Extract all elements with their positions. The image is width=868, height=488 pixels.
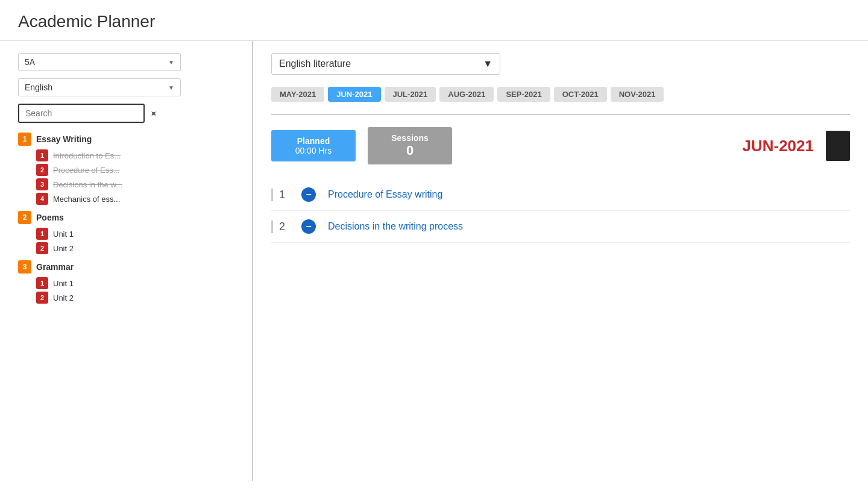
chapter-2-badge: 2 bbox=[18, 211, 31, 224]
month-tabs: MAY-2021 JUN-2021 JUL-2021 AUG-2021 SEP-… bbox=[271, 87, 850, 102]
right-panel: English literature ▼ MAY-2021 JUN-2021 J… bbox=[253, 41, 868, 481]
right-subject-dropdown-arrow-icon: ▼ bbox=[483, 58, 492, 69]
chapter-1-unit-2-badge: 2 bbox=[36, 164, 48, 176]
session-2-number: 2 bbox=[271, 221, 289, 233]
session-2-minus-button[interactable]: − bbox=[301, 219, 316, 234]
session-list: 1 − Procedure of Essay writing 2 − Decis… bbox=[271, 179, 850, 243]
sessions-value: 0 bbox=[386, 143, 434, 158]
chapter-3-unit-1-badge: 1 bbox=[36, 277, 48, 289]
chapter-1-unit-3[interactable]: 3 Decisions in the w... bbox=[18, 178, 240, 190]
session-2-title: Decisions in the writing process bbox=[328, 221, 463, 232]
session-item-2: 2 − Decisions in the writing process bbox=[271, 211, 850, 243]
divider bbox=[271, 114, 850, 115]
chapter-1-unit-1[interactable]: 1 Introduction to Es... bbox=[18, 149, 240, 161]
sessions-stat-box: Sessions 0 bbox=[368, 127, 452, 164]
chapter-3-unit-1[interactable]: 1 Unit 1 bbox=[18, 277, 240, 289]
chapter-1-unit-2[interactable]: 2 Procedure of Ess... bbox=[18, 164, 240, 176]
chapter-1-unit-1-badge: 1 bbox=[36, 149, 48, 161]
chapter-1-unit-3-label: Decisions in the w... bbox=[53, 180, 122, 189]
chapter-1-label: Essay Writing bbox=[36, 134, 92, 144]
left-panel: 5A ▼ English ▼ ✦ 1 Essay Writing 1 Intro… bbox=[0, 41, 253, 481]
chapter-3-unit-1-label: Unit 1 bbox=[53, 279, 74, 288]
class-dropdown-value: 5A bbox=[25, 57, 35, 67]
chapter-2-unit-1[interactable]: 1 Unit 1 bbox=[18, 228, 240, 240]
session-1-title: Procedure of Essay writing bbox=[328, 189, 442, 200]
chapter-1-unit-4-label: Mechanics of ess... bbox=[53, 195, 120, 204]
chapter-1-unit-4-badge: 4 bbox=[36, 193, 48, 205]
chapter-1-row[interactable]: 1 Essay Writing bbox=[18, 133, 240, 146]
search-input[interactable] bbox=[18, 104, 145, 123]
month-tab-jul2021[interactable]: JUL-2021 bbox=[385, 87, 436, 102]
tree-section: 1 Essay Writing 1 Introduction to Es... … bbox=[18, 133, 240, 304]
planned-value: 00:00 Hrs bbox=[289, 146, 338, 155]
chapter-1-unit-2-label: Procedure of Ess... bbox=[53, 166, 120, 175]
month-tab-may2021[interactable]: MAY-2021 bbox=[271, 87, 324, 102]
subject-dropdown-row: English ▼ bbox=[18, 78, 240, 96]
right-subject-dropdown[interactable]: English literature ▼ bbox=[271, 53, 500, 75]
chapter-2-unit-2-label: Unit 2 bbox=[53, 244, 74, 253]
class-dropdown-arrow-icon: ▼ bbox=[168, 59, 174, 66]
chapter-1-unit-3-badge: 3 bbox=[36, 178, 48, 190]
chapter-3-row[interactable]: 3 Grammar bbox=[18, 260, 240, 274]
chapter-2-unit-1-badge: 1 bbox=[36, 228, 48, 240]
month-tab-nov2021[interactable]: NOV-2021 bbox=[611, 87, 664, 102]
planned-label: Planned bbox=[289, 136, 338, 146]
black-box-icon bbox=[826, 131, 850, 161]
stats-row: Planned 00:00 Hrs Sessions 0 JUN-2021 bbox=[271, 127, 850, 164]
right-subject-label: English literature bbox=[279, 58, 351, 69]
right-subject-dropdown-row: English literature ▼ bbox=[271, 53, 850, 75]
class-dropdown-row: 5A ▼ bbox=[18, 53, 240, 71]
search-row: ✦ bbox=[18, 104, 240, 123]
month-tab-oct2021[interactable]: OCT-2021 bbox=[554, 87, 607, 102]
chapter-2-unit-2-badge: 2 bbox=[36, 242, 48, 254]
chapter-1-unit-1-label: Introduction to Es... bbox=[53, 151, 121, 160]
chapter-3-label: Grammar bbox=[36, 262, 74, 272]
chapter-1-unit-4[interactable]: 4 Mechanics of ess... bbox=[18, 193, 240, 205]
page-title: Academic Planner bbox=[0, 0, 868, 41]
session-1-number: 1 bbox=[271, 189, 289, 201]
subject-dropdown[interactable]: English ▼ bbox=[18, 78, 181, 96]
chapter-3-unit-2-label: Unit 2 bbox=[53, 293, 74, 302]
session-1-minus-button[interactable]: − bbox=[301, 187, 316, 202]
class-dropdown[interactable]: 5A ▼ bbox=[18, 53, 181, 71]
chapter-3-unit-2[interactable]: 2 Unit 2 bbox=[18, 292, 240, 304]
pin-icon[interactable]: ✦ bbox=[146, 107, 160, 120]
chapter-2-row[interactable]: 2 Poems bbox=[18, 211, 240, 224]
chapter-2-label: Poems bbox=[36, 213, 64, 222]
subject-dropdown-arrow-icon: ▼ bbox=[168, 84, 174, 91]
session-item-1: 1 − Procedure of Essay writing bbox=[271, 179, 850, 211]
chapter-3-badge: 3 bbox=[18, 260, 31, 274]
chapter-3-unit-2-badge: 2 bbox=[36, 292, 48, 304]
month-tab-aug2021[interactable]: AUG-2021 bbox=[439, 87, 494, 102]
subject-dropdown-value: English bbox=[25, 83, 52, 92]
current-month-label: JUN-2021 bbox=[742, 137, 814, 155]
sessions-label: Sessions bbox=[386, 133, 434, 143]
chapter-2-unit-2[interactable]: 2 Unit 2 bbox=[18, 242, 240, 254]
planned-stat-box: Planned 00:00 Hrs bbox=[271, 130, 356, 161]
month-tab-jun2021[interactable]: JUN-2021 bbox=[328, 87, 380, 102]
chapter-1-badge: 1 bbox=[18, 133, 31, 146]
chapter-2-unit-1-label: Unit 1 bbox=[53, 230, 74, 239]
month-tab-sep2021[interactable]: SEP-2021 bbox=[497, 87, 550, 102]
